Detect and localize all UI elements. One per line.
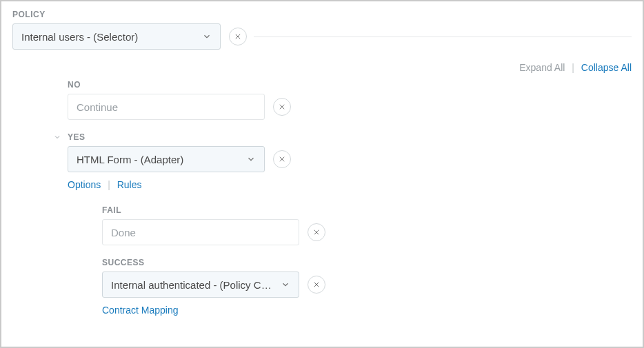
branch-success: SUCCESS Internal authenticated - (Policy…	[102, 258, 632, 316]
options-link[interactable]: Options	[68, 179, 101, 190]
branch-yes-header: YES	[52, 132, 632, 142]
branch-success-select-label: Internal authenticated - (Policy Contrac…	[111, 279, 275, 291]
expand-all-link[interactable]: Expand All	[519, 62, 565, 73]
branch-success-links: Contract Mapping	[102, 305, 632, 316]
branch-no-value[interactable]: Continue	[68, 94, 265, 120]
remove-branch-no-button[interactable]	[273, 98, 291, 116]
chevron-down-icon	[281, 280, 290, 289]
divider	[254, 37, 632, 37]
policy-panel: POLICY Internal users - (Selector) Expan…	[0, 0, 644, 348]
chevron-down-icon	[202, 32, 212, 41]
remove-branch-success-button[interactable]	[308, 276, 325, 294]
chevron-down-icon	[246, 154, 256, 164]
branch-fail-label: FAIL	[102, 205, 632, 215]
branch-no-label: NO	[68, 80, 632, 90]
branch-yes-select[interactable]: HTML Form - (Adapter)	[68, 146, 265, 172]
contract-mapping-link[interactable]: Contract Mapping	[102, 305, 179, 316]
separator: |	[572, 62, 574, 73]
remove-branch-fail-button[interactable]	[308, 223, 325, 241]
policy-root-select[interactable]: Internal users - (Selector)	[12, 23, 221, 50]
branch-fail-value[interactable]: Done	[102, 219, 299, 245]
branch-yes-label: YES	[68, 132, 85, 142]
expand-collapse-row: Expand All | Collapse All	[12, 62, 632, 73]
policy-root-select-label: Internal users - (Selector)	[21, 31, 138, 43]
collapse-all-link[interactable]: Collapse All	[581, 62, 632, 73]
branch-success-select[interactable]: Internal authenticated - (Policy Contrac…	[102, 272, 299, 298]
branch-fail: FAIL Done	[102, 205, 632, 245]
policy-root-row: Internal users - (Selector)	[12, 23, 632, 50]
remove-branch-yes-button[interactable]	[273, 150, 291, 168]
rules-link[interactable]: Rules	[117, 179, 142, 190]
branch-yes-select-label: HTML Form - (Adapter)	[77, 154, 183, 165]
chevron-down-icon[interactable]	[52, 132, 62, 142]
branch-no: NO Continue	[68, 80, 632, 120]
branch-success-label: SUCCESS	[102, 258, 632, 267]
remove-root-button[interactable]	[229, 28, 247, 45]
policy-heading: POLICY	[12, 10, 632, 19]
separator: |	[108, 179, 110, 190]
branch-yes-links: Options | Rules	[68, 179, 632, 190]
